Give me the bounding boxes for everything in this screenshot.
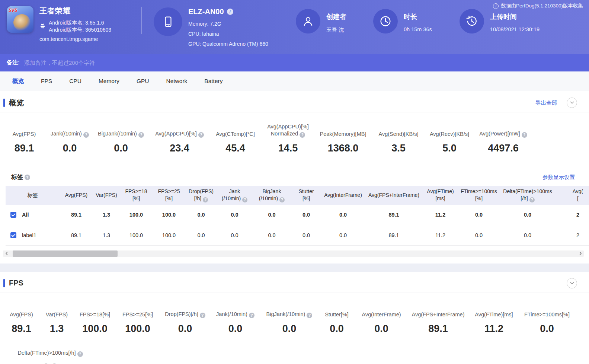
note-label: 备注: bbox=[7, 59, 20, 66]
export-all-link[interactable]: 导出全部 bbox=[535, 99, 557, 106]
fps-metrics-row: Avg(FPS) 89.1 Var(FPS) 1.3 FPS>=18[%] 10… bbox=[0, 293, 589, 338]
app-name: 王者荣耀 bbox=[39, 6, 111, 16]
help-icon[interactable] bbox=[77, 351, 83, 357]
help-icon[interactable] bbox=[138, 132, 144, 138]
tab-fps[interactable]: FPS bbox=[32, 71, 61, 91]
tab-network[interactable]: Network bbox=[157, 71, 196, 91]
device-gpu: GPU: Qualcomm Adreno (TM) 660 bbox=[188, 39, 268, 49]
scroll-right-arrow[interactable] bbox=[577, 250, 584, 257]
metric-avg-ctemp: Avg(CTemp)[°C] 45.4 bbox=[208, 122, 262, 154]
help-icon[interactable] bbox=[203, 197, 208, 202]
help-icon[interactable] bbox=[279, 197, 285, 202]
col-label: 标签 bbox=[6, 189, 60, 201]
overview-metrics-row: Avg(FPS) 89.1 Jank(/10min) 0.0 BigJank(/… bbox=[0, 112, 589, 171]
metric-var-fps: Var(FPS) 1.3 bbox=[43, 303, 71, 335]
device-memory: Memory: 7.2G bbox=[188, 19, 268, 29]
metric-stutter: Stutter[%] 0.0 bbox=[322, 303, 352, 335]
metric-avg-send: Avg(Send)[KB/s] 3.5 bbox=[372, 122, 425, 154]
tab-memory[interactable]: Memory bbox=[90, 71, 128, 91]
creator-group: 创建者 玉吾 沈 bbox=[296, 9, 346, 33]
upload-time-group: 上传时间 10/08/2021 12:30:19 bbox=[460, 9, 540, 33]
clock-icon bbox=[373, 9, 398, 33]
td: 0.0 bbox=[458, 232, 500, 238]
row-checkbox[interactable] bbox=[10, 212, 16, 218]
col-avg-interframe: Avg(InterFrame) bbox=[321, 189, 365, 201]
metric-avg-appcpu: Avg(AppCPU)[%] 23.4 bbox=[151, 122, 208, 154]
td: 89.1 bbox=[60, 232, 93, 238]
td: 0.0 bbox=[217, 232, 252, 238]
help-icon[interactable] bbox=[249, 313, 255, 318]
app-package: com.tencent.tmgp.sgame bbox=[39, 36, 111, 42]
metric-bigjank: BigJank(/10min) 0.0 bbox=[257, 303, 322, 335]
phone-icon bbox=[154, 7, 182, 36]
metric-peak-memory: Peak(Memory)[MB] 1368.0 bbox=[314, 122, 372, 154]
td: 0.0 bbox=[500, 212, 556, 218]
scrollbar-thumb[interactable] bbox=[13, 250, 118, 257]
upload-time-label: 上传时间 bbox=[490, 12, 540, 21]
tab-cpu[interactable]: CPU bbox=[61, 71, 90, 91]
row-label: label1 bbox=[22, 232, 36, 238]
td: 2 bbox=[556, 232, 589, 238]
metric-delta-ftime: Delta(FTime)>100ms[/h] 0.0 bbox=[11, 341, 89, 364]
tab-battery[interactable]: Battery bbox=[196, 71, 231, 91]
labels-table: 标签 Avg(FPS) Var(FPS) FPS>=18[%] FPS>=25[… bbox=[6, 186, 589, 246]
app-icon-badge: 5V5 bbox=[9, 7, 17, 13]
td: 100.0 bbox=[153, 232, 185, 238]
td: 0.0 bbox=[185, 232, 217, 238]
col-jank: Jank(/10min) bbox=[217, 186, 252, 205]
col-ftime-ge100: FTime>=100ms[%] bbox=[458, 186, 500, 204]
col-bigjank: BigJank(/10min) bbox=[252, 186, 291, 205]
scroll-left-arrow[interactable] bbox=[3, 250, 10, 257]
person-icon bbox=[296, 9, 320, 33]
horizontal-scrollbar[interactable] bbox=[3, 250, 584, 257]
help-icon[interactable] bbox=[529, 197, 535, 202]
upload-time-value: 10/08/2021 12:30:19 bbox=[490, 26, 540, 32]
note-input[interactable] bbox=[24, 60, 255, 66]
td: 1.3 bbox=[93, 232, 120, 238]
metric-avg-fps: Avg(FPS) 89.1 bbox=[0, 122, 48, 154]
metric-avg-fps-interframe: Avg(FPS+InterFrame) 89.1 bbox=[411, 303, 465, 335]
tab-overview[interactable]: 概览 bbox=[4, 71, 32, 91]
help-icon[interactable] bbox=[307, 313, 312, 318]
section-tabs: 概览 FPS CPU Memory GPU Network Battery bbox=[0, 71, 589, 91]
col-avg-fps: Avg(FPS) bbox=[60, 189, 93, 201]
td: 100.0 bbox=[153, 212, 185, 218]
source-note-text: 数据由PerfDog(5.1.210300)版本收集 bbox=[501, 3, 583, 9]
note-bar: 备注: bbox=[0, 54, 589, 71]
td: 0.0 bbox=[321, 232, 365, 238]
help-icon[interactable] bbox=[83, 132, 89, 138]
help-icon[interactable] bbox=[522, 132, 527, 138]
help-icon[interactable] bbox=[198, 132, 204, 138]
chevron-down-icon bbox=[570, 101, 574, 104]
help-icon[interactable] bbox=[200, 313, 205, 318]
td: 89.1 bbox=[365, 232, 423, 238]
fps-metrics-row2: Delta(FTime)>100ms[/h] 0.0 bbox=[0, 338, 589, 364]
help-icon[interactable] bbox=[300, 132, 305, 138]
creator-label: 创建者 bbox=[326, 12, 346, 21]
row-checkbox[interactable] bbox=[10, 232, 16, 238]
perfdog-version-note: 数据由PerfDog(5.1.210300)版本收集 bbox=[493, 3, 583, 9]
metric-jank: Jank(/10min) 0.0 bbox=[48, 122, 91, 154]
parameter-display-settings-link[interactable]: 参数显示设置 bbox=[542, 174, 575, 181]
metric-avg-recv: Avg(Recv)[KB/s] 5.0 bbox=[425, 122, 474, 154]
tab-gpu[interactable]: GPU bbox=[128, 71, 158, 91]
metric-fps-ge18: FPS>=18[%] 100.0 bbox=[71, 303, 119, 335]
device-info-icon[interactable] bbox=[227, 9, 233, 15]
table-header-row: 标签 Avg(FPS) Var(FPS) FPS>=18[%] FPS>=25[… bbox=[6, 186, 589, 205]
col-delta-ftime: Delta(FTime)>100ms[/h] bbox=[500, 186, 556, 205]
section-divider-band bbox=[0, 264, 589, 272]
device-cpu: CPU: lahaina bbox=[188, 29, 268, 39]
overview-collapse-button[interactable] bbox=[567, 98, 577, 108]
metric-avg-power: Avg(Power)[mW] 4497.6 bbox=[474, 122, 532, 154]
td: 0.0 bbox=[500, 232, 556, 238]
fps-collapse-button[interactable] bbox=[567, 278, 577, 288]
help-icon[interactable] bbox=[242, 197, 247, 202]
td: 0.0 bbox=[252, 232, 291, 238]
fps-section-title: FPS bbox=[3, 279, 23, 287]
help-icon[interactable] bbox=[25, 175, 30, 180]
metric-avg-ftime: Avg(FTime)[ms] 11.2 bbox=[465, 303, 523, 335]
duration-group: 时长 0h 15m 36s bbox=[373, 9, 432, 33]
metric-drop-fps: Drop(FPS)[/h] 0.0 bbox=[156, 303, 214, 335]
history-clock-icon bbox=[460, 9, 484, 33]
app-info-group: 5V5 王者荣耀 Android版本名: 3.65.1.6 Android版本号… bbox=[7, 6, 111, 42]
